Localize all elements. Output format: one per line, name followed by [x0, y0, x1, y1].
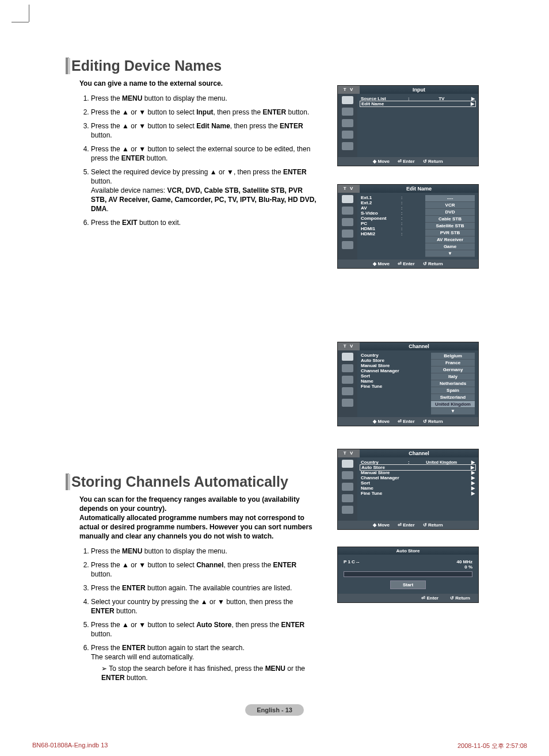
source-item[interactable]: AV [361, 205, 401, 211]
country-dropdown[interactable]: Belgium France Germany Italy Netherlands… [431, 353, 475, 415]
osd-title: Edit Name [360, 185, 478, 193]
timestamp: 2008-11-05 오후 2:57:08 [458, 742, 527, 750]
picture-icon [342, 207, 353, 215]
osd-tv-tab: T V [338, 342, 360, 350]
menu-row[interactable]: Sort▶ [361, 480, 475, 486]
osd-title: Input [360, 86, 478, 94]
osd-title: Auto Store [338, 547, 478, 555]
osd-input-panel: T V Input Source List:TV▶ Edit Name▶ [337, 85, 479, 166]
dropdown-more[interactable]: ▼ [425, 250, 475, 257]
intro-text: You can give a name to the external sour… [79, 79, 317, 88]
menu-item[interactable]: Auto Store [361, 358, 413, 363]
menu-row[interactable]: Channel Manager▶ [361, 475, 475, 480]
dropdown-option[interactable]: Spain [431, 387, 475, 394]
setup-icon [342, 494, 353, 502]
support-icon [342, 142, 353, 150]
source-item[interactable]: Ext.2 [361, 200, 401, 205]
step-list: Press the MENU button to display the men… [79, 94, 317, 227]
osd-footer: ◆ Move ⏎ Enter ↺ Return [338, 521, 478, 529]
dropdown-option-selected[interactable]: United Kingdom [431, 401, 475, 408]
progress-area: P 1 C -- 40 MHz 0 % Start [338, 555, 478, 594]
dropdown-option[interactable]: Belgium [431, 353, 475, 360]
dropdown-option[interactable]: France [431, 360, 475, 366]
sound-icon [342, 119, 353, 127]
menu-row[interactable]: Fine Tune▶ [361, 491, 475, 496]
dropdown-option[interactable]: Italy [431, 373, 475, 380]
file-name: BN68-01808A-Eng.indb 13 [32, 742, 108, 750]
source-item[interactable]: HDMI2 [361, 231, 401, 236]
source-item[interactable]: PC [361, 221, 401, 226]
menu-item[interactable]: Country [361, 353, 413, 358]
step: Press the ENTER button again. The availa… [91, 583, 317, 593]
step: Press the ▲ or ▼ button to select the ex… [91, 144, 317, 163]
page-content: Editing Device Names You can give a name… [63, 58, 478, 687]
input-icon [342, 96, 353, 104]
progress-channel: P 1 C -- [344, 559, 359, 570]
step: Press the ▲ or ▼ button to select Channe… [91, 560, 317, 579]
osd-autostore-panel: Auto Store P 1 C -- 40 MHz 0 % Start ⏎ E… [337, 547, 479, 603]
menu-item[interactable]: Channel Manager [361, 368, 413, 373]
source-item[interactable]: Ext.1 [361, 195, 401, 200]
dropdown-option[interactable]: AV Receiver [425, 236, 475, 243]
move-hint: ◆ Move [373, 159, 390, 164]
dropdown-option[interactable]: Cable STB [425, 216, 475, 223]
step: Select your country by pressing the ▲ or… [91, 597, 317, 616]
osd-menu: Country Auto Store Manual Store Channel … [357, 350, 478, 417]
input-icon [342, 195, 353, 203]
osd-title: Channel [360, 449, 478, 457]
step: Press the MENU button to display the men… [91, 94, 317, 103]
crop-mark [12, 22, 29, 22]
osd-icon-column [338, 457, 357, 521]
picture-icon [342, 471, 353, 479]
progress-pct: 0 % [464, 564, 472, 570]
device-dropdown[interactable]: ---- VCR DVD Cable STB Satellite STB PVR… [425, 195, 475, 257]
document-metadata: BN68-01808A-Eng.indb 13 2008-11-05 오후 2:… [32, 742, 527, 750]
dropdown-option[interactable]: PVR STB [425, 230, 475, 236]
step: Press the ▲ or ▼ button to select Edit N… [91, 121, 317, 140]
dropdown-option[interactable]: VCR [425, 202, 475, 209]
sound-icon [342, 483, 353, 491]
sound-icon [342, 376, 353, 384]
osd-editname-panel: T V Edit Name Ext.1 Ext.2 AV S-Video [337, 184, 479, 269]
step: Press the MENU button to display the men… [91, 547, 317, 556]
dropdown-option[interactable]: DVD [425, 209, 475, 216]
section-title: Editing Device Names [66, 58, 478, 74]
osd-icon-column [338, 350, 357, 417]
menu-row-selected[interactable]: Edit Name▶ [360, 101, 476, 107]
return-hint: ↺ Return [423, 159, 443, 164]
support-icon [342, 506, 353, 514]
menu-item[interactable]: Name [361, 379, 413, 384]
progress-bar [344, 571, 472, 577]
input-icon [342, 353, 353, 361]
dropdown-option[interactable]: ---- [425, 195, 475, 202]
menu-row[interactable]: Country:United Kingdom▶ [361, 460, 475, 465]
dropdown-option[interactable]: Satellite STB [425, 223, 475, 230]
menu-item[interactable]: Sort [361, 373, 413, 379]
picture-icon [342, 364, 353, 372]
picture-icon [342, 108, 353, 116]
dropdown-option[interactable]: Switzerland [431, 394, 475, 401]
step: Select the required device by pressing ▲… [91, 167, 317, 213]
menu-row[interactable]: Name▶ [361, 486, 475, 491]
menu-row[interactable]: Source List:TV▶ [361, 96, 475, 101]
dropdown-option[interactable]: Netherlands [431, 380, 475, 387]
start-button[interactable]: Start [390, 581, 426, 589]
dropdown-option[interactable]: Germany [431, 366, 475, 373]
source-item[interactable]: HDMI1 [361, 226, 401, 231]
dropdown-option[interactable]: Game [425, 243, 475, 250]
setup-icon [342, 387, 353, 395]
dropdown-more[interactable]: ▼ [431, 408, 475, 415]
menu-item[interactable]: Manual Store [361, 363, 413, 368]
menu-row[interactable]: Manual Store▶ [361, 470, 475, 475]
source-item[interactable]: Component [361, 216, 401, 221]
osd-icon-column [338, 193, 357, 259]
source-item[interactable]: S-Video [361, 211, 401, 216]
input-icon [342, 460, 353, 468]
osd-footer: ◆ Move ⏎ Enter ↺ Return [338, 157, 478, 166]
osd-channel-country-panel: T V Channel Country Auto Store Manual St… [337, 342, 479, 426]
osd-channel-panel: T V Channel Country:United Kingdom▶ Auto… [337, 449, 479, 530]
sound-icon [342, 218, 353, 226]
menu-item[interactable]: Fine Tune [361, 384, 413, 389]
osd-icon-column [338, 94, 357, 157]
setup-icon [342, 131, 353, 139]
